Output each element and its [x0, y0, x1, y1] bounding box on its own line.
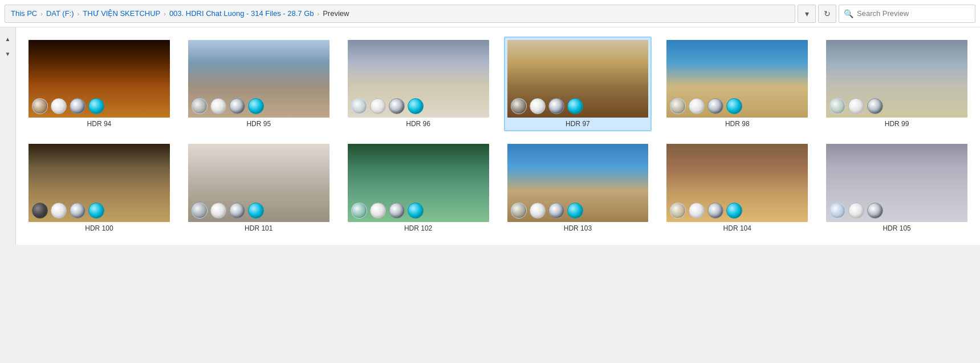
ball-row-hdr95 — [192, 98, 264, 114]
thumb-image-hdr96 — [348, 40, 489, 118]
ball-row-hdr105 — [829, 203, 883, 219]
thumb-image-hdr97 — [507, 40, 649, 118]
thumb-label-hdr99: HDR 99 — [885, 120, 909, 128]
ball-row-hdr104 — [670, 203, 742, 219]
thumb-image-hdr104 — [666, 144, 808, 221]
ball-white — [530, 98, 546, 114]
thumb-item-hdr96[interactable]: HDR 96 — [344, 37, 493, 131]
thumb-label-hdr104: HDR 104 — [723, 224, 751, 232]
ball-row-hdr97 — [511, 98, 583, 114]
ball-white — [51, 203, 67, 219]
ball-row-hdr101 — [192, 203, 264, 219]
ball-glass — [351, 203, 367, 219]
ball-chrome — [867, 98, 883, 114]
ball-chrome — [548, 98, 564, 114]
ball-cyan — [88, 98, 104, 114]
ball-white — [210, 98, 226, 114]
ball-glass — [829, 203, 845, 219]
thumb-label-hdr96: HDR 96 — [406, 120, 430, 128]
ball-glass — [32, 98, 48, 114]
thumb-item-hdr100[interactable]: HDR 100 — [25, 140, 173, 235]
main-layout: ▲ ▼ HDR 94HDR 95HDR 96HDR 97HDR 98HDR 99… — [0, 27, 980, 245]
sidebar-arrow-up[interactable]: ▲ — [2, 33, 14, 45]
sidebar-arrow-down[interactable]: ▼ — [2, 48, 14, 59]
ball-row-hdr96 — [351, 98, 424, 114]
thumb-item-hdr103[interactable]: HDR 103 — [504, 140, 652, 235]
ball-glass — [670, 203, 686, 219]
ball-glass — [829, 98, 845, 114]
thumb-label-hdr101: HDR 101 — [245, 224, 273, 232]
ball-row-hdr102 — [351, 203, 424, 219]
titlebar-controls: ▾ ↻ — [798, 5, 836, 23]
thumb-image-hdr94 — [29, 40, 170, 118]
ball-glass — [192, 98, 208, 114]
thumb-label-hdr98: HDR 98 — [725, 120, 750, 128]
search-icon: 🔍 — [844, 9, 853, 18]
thumb-label-hdr94: HDR 94 — [87, 120, 112, 128]
sep4: › — [318, 10, 320, 17]
ball-glass — [511, 98, 527, 114]
thumb-item-hdr98[interactable]: HDR 98 — [663, 37, 811, 131]
ball-chrome — [70, 203, 86, 219]
ball-chrome — [867, 203, 883, 219]
thumb-item-hdr104[interactable]: HDR 104 — [663, 140, 811, 235]
ball-cyan — [567, 203, 583, 219]
ball-row-hdr100 — [32, 203, 104, 219]
main-content: HDR 94HDR 95HDR 96HDR 97HDR 98HDR 99HDR … — [16, 27, 980, 245]
ball-cyan — [567, 98, 583, 114]
ball-cyan — [408, 98, 424, 114]
thumb-item-hdr105[interactable]: HDR 105 — [823, 140, 971, 235]
thumb-label-hdr103: HDR 103 — [564, 224, 592, 232]
dropdown-button[interactable]: ▾ — [798, 5, 816, 23]
ball-cyan — [248, 98, 264, 114]
thumb-image-hdr105 — [826, 144, 967, 221]
breadcrumb-preview: Preview — [323, 9, 349, 18]
thumb-label-hdr97: HDR 97 — [566, 120, 590, 128]
breadcrumb-hdri-folder[interactable]: 003. HDRI Chat Luong - 314 Files - 28.7 … — [169, 9, 314, 18]
thumb-item-hdr101[interactable]: HDR 101 — [185, 140, 333, 235]
thumb-item-hdr97[interactable]: HDR 97 — [504, 37, 652, 131]
ball-cyan — [408, 203, 424, 219]
sep3: › — [164, 10, 166, 17]
thumb-image-hdr102 — [348, 144, 489, 221]
breadcrumb-this-pc[interactable]: This PC — [11, 9, 37, 18]
title-bar: This PC › DAT (F:) › THƯ VIỆN SKETCHUP ›… — [0, 0, 980, 27]
ball-chrome — [229, 98, 245, 114]
breadcrumb-thu-vien[interactable]: THƯ VIỆN SKETCHUP — [83, 9, 160, 18]
ball-chrome — [707, 98, 723, 114]
address-bar[interactable]: This PC › DAT (F:) › THƯ VIỆN SKETCHUP ›… — [5, 5, 795, 23]
sep1: › — [40, 10, 43, 17]
ball-row-hdr98 — [670, 98, 742, 114]
ball-chrome — [707, 203, 723, 219]
thumb-image-hdr99 — [826, 40, 967, 118]
ball-dark — [32, 203, 48, 219]
refresh-button[interactable]: ↻ — [818, 5, 836, 23]
ball-white — [370, 98, 386, 114]
sidebar-strip: ▲ ▼ — [0, 27, 16, 245]
ball-glass — [670, 98, 686, 114]
sep2: › — [78, 10, 80, 17]
thumb-item-hdr102[interactable]: HDR 102 — [344, 140, 493, 235]
ball-chrome — [389, 203, 405, 219]
thumb-item-hdr94[interactable]: HDR 94 — [25, 37, 173, 131]
thumb-label-hdr95: HDR 95 — [246, 120, 271, 128]
ball-glass — [511, 203, 527, 219]
search-input[interactable] — [857, 9, 970, 18]
search-box[interactable]: 🔍 — [839, 5, 975, 23]
thumbnail-grid: HDR 94HDR 95HDR 96HDR 97HDR 98HDR 99HDR … — [25, 37, 971, 236]
thumb-image-hdr95 — [188, 40, 330, 118]
ball-white — [51, 98, 67, 114]
ball-cyan — [726, 98, 742, 114]
ball-chrome — [389, 98, 405, 114]
ball-chrome — [548, 203, 564, 219]
thumb-item-hdr99[interactable]: HDR 99 — [823, 37, 971, 131]
thumb-item-hdr95[interactable]: HDR 95 — [185, 37, 333, 131]
ball-white — [848, 203, 864, 219]
ball-chrome — [70, 98, 86, 114]
ball-white — [689, 203, 705, 219]
ball-cyan — [88, 203, 104, 219]
ball-white — [210, 203, 226, 219]
thumb-image-hdr103 — [507, 144, 649, 221]
breadcrumb-dat[interactable]: DAT (F:) — [46, 9, 74, 18]
ball-glass — [192, 203, 208, 219]
